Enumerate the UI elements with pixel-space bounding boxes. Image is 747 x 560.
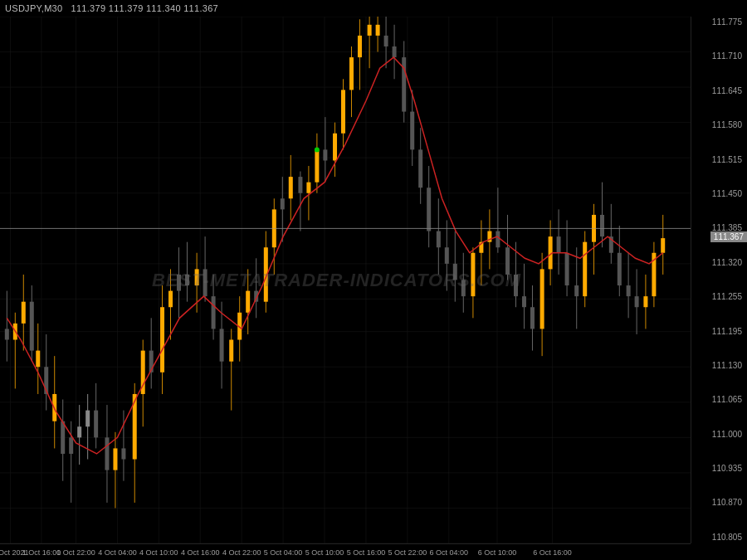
price-label-13: 110.935 — [693, 465, 745, 473]
time-label: 5 Oct 04:00 — [264, 548, 303, 557]
price-label-4: 111.515 — [693, 156, 745, 164]
price-label-bottom: 110.805 — [693, 533, 745, 542]
time-label: 1 Oct 16:00 — [22, 548, 61, 557]
price-label-3: 111.580 — [693, 121, 745, 129]
price-line — [0, 228, 691, 229]
ohlc-values: 111.379 111.379 111.340 111.367 — [71, 3, 219, 13]
time-label: 5 Oct 22:00 — [388, 548, 427, 557]
price-label-5: 111.450 — [693, 190, 745, 198]
price-label-12: 111.000 — [693, 431, 745, 439]
time-label: 1 Oct 22:00 — [56, 548, 95, 557]
price-label-7: 111.320 — [693, 259, 745, 267]
chart-container: USDJPY,M30 111.379 111.379 111.340 111.3… — [0, 0, 747, 560]
time-axis: 1 Oct 20211 Oct 16:001 Oct 22:004 Oct 04… — [0, 543, 691, 560]
chart-title: USDJPY,M30 111.379 111.379 111.340 111.3… — [5, 3, 218, 13]
time-label: 4 Oct 16:00 — [181, 548, 220, 557]
time-label: 5 Oct 16:00 — [347, 548, 386, 557]
time-label: 6 Oct 04:00 — [430, 548, 469, 557]
price-label-11: 111.065 — [693, 396, 745, 404]
time-label: 4 Oct 22:00 — [222, 548, 261, 557]
time-label: 6 Oct 16:00 — [533, 548, 572, 557]
price-label-10: 111.130 — [693, 362, 745, 370]
price-label-9: 111.195 — [693, 328, 745, 336]
price-axis: 111.775 111.710 111.645 111.580 111.515 … — [691, 17, 747, 543]
price-label-14: 110.870 — [693, 499, 745, 507]
time-label: 4 Oct 10:00 — [139, 548, 178, 557]
price-label-top: 111.775 — [693, 18, 745, 27]
chart-area — [0, 17, 691, 543]
price-label-8: 111.255 — [693, 293, 745, 301]
current-price-badge: 111.367 — [710, 231, 747, 242]
time-label: 6 Oct 10:00 — [478, 548, 517, 557]
price-label-1: 111.710 — [693, 52, 745, 61]
time-label: 5 Oct 10:00 — [305, 548, 344, 557]
price-label-2: 111.645 — [693, 87, 745, 95]
symbol-timeframe: USDJPY,M30 — [5, 3, 62, 13]
time-label: 4 Oct 04:00 — [98, 548, 137, 557]
candlestick-canvas — [0, 17, 691, 543]
